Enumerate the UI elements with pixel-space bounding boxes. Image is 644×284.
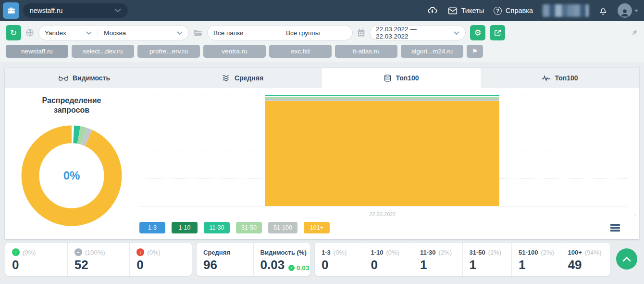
stat-value: 0: [322, 258, 328, 272]
distribution-panel: Распределение запросов 0%: [5, 95, 138, 239]
legend-button-51-100[interactable]: 51-100: [268, 222, 297, 233]
donut-center-value: 0%: [21, 125, 123, 227]
project-chip[interactable]: select...dev.ru: [72, 45, 134, 58]
project-chip[interactable]: newstaff.ru: [6, 45, 68, 58]
stat-percent: (0%): [147, 249, 160, 256]
export-button[interactable]: [490, 25, 505, 40]
stat-label: 100+: [568, 249, 582, 256]
report-tabs: Видимость Средняя Топ100 Топ100: [5, 68, 639, 88]
stat-percent: (2%): [439, 249, 452, 256]
competitor-chips-row: newstaff.ruselect...dev.ruprofre...erv.r…: [0, 44, 644, 62]
calendar-icon: [357, 28, 365, 37]
legend-button-31-50[interactable]: 31-50: [236, 222, 262, 233]
date-range-value: 22.03.2022 — 22.03.2022: [376, 26, 450, 40]
stat-label: 1-10: [371, 249, 384, 256]
top-stat-cell: 1-10(0%)0: [364, 243, 413, 276]
minus-icon: −: [74, 248, 82, 256]
tab-label: Топ100: [555, 74, 578, 82]
arrow-down-icon: ↓: [136, 248, 144, 256]
stat-value: 0: [371, 258, 378, 272]
date-range-select[interactable]: 22.03.2022 — 22.03.2022: [370, 25, 466, 40]
stat-value: 52: [74, 258, 88, 272]
project-chip[interactable]: profre...erv.ru: [137, 45, 200, 58]
changes-card: ↑(0%)0−(100%)52↓(0%)0: [5, 242, 192, 276]
project-selector-value: newstaff.ru: [30, 7, 62, 14]
x-axis-label: 22.03.2022: [138, 211, 627, 217]
legend-button-1-3[interactable]: 1-3: [139, 222, 165, 233]
tab-label: Видимость: [73, 74, 110, 82]
summary-card: Средняя96Видимость (%)0.03↑0.03: [196, 242, 310, 276]
topbar: newstaff.ru Тикеты ? Справка: [0, 0, 644, 21]
project-chip[interactable]: exc.ltd: [269, 45, 332, 58]
arrow-up-icon: ↑: [288, 265, 295, 271]
stat-value: 1: [470, 258, 476, 272]
area-segment-101+: [265, 101, 499, 206]
scroll-top-button[interactable]: [616, 248, 637, 270]
search-engine-select[interactable]: Yandex: [39, 26, 98, 40]
stats-row: ↑(0%)0−(100%)52↓(0%)0 Средняя96Видимость…: [5, 242, 639, 276]
top-stat-cell: 100+(94%)49: [561, 243, 610, 276]
folders-groups-filter: [207, 25, 353, 40]
username-blurred: [543, 4, 589, 17]
user-menu[interactable]: [618, 3, 638, 18]
avatar: [618, 3, 632, 18]
bell-icon[interactable]: [598, 6, 608, 16]
question-icon: ?: [494, 7, 502, 15]
stacked-area: [265, 95, 499, 206]
summary-stat-cell: Средняя96: [197, 243, 253, 276]
flag-chip[interactable]: ⚑: [467, 45, 483, 58]
region-select[interactable]: Москва: [98, 26, 188, 40]
donut-chart: 0%: [21, 125, 123, 227]
stat-percent: (0%): [386, 249, 399, 256]
tab-top100-distribution[interactable]: Топ100: [322, 68, 481, 88]
caret-down-icon: [634, 10, 638, 12]
project-chip[interactable]: ventra.ru: [203, 45, 266, 58]
stat-label: 31-50: [470, 249, 485, 256]
legend-button-11-30[interactable]: 11-30: [204, 222, 230, 233]
stat-label: Видимость (%): [260, 249, 307, 256]
donut-title: Распределение запросов: [26, 96, 117, 115]
chevron-down-icon: [82, 31, 92, 35]
change-stat-cell: ↓(0%)0: [129, 243, 192, 276]
legend-row: 1-31-1011-3031-5051-100101+: [139, 222, 627, 233]
pin-icon[interactable]: [630, 29, 638, 37]
stat-percent: (2%): [488, 249, 501, 256]
tab-visibility[interactable]: Видимость: [5, 68, 163, 88]
briefcase-icon: [7, 6, 16, 15]
stat-label: 51-100: [519, 249, 538, 256]
cloud-bolt-icon[interactable]: [427, 5, 438, 16]
chevron-down-icon: [114, 9, 121, 13]
legend-button-1-10[interactable]: 1-10: [172, 222, 198, 233]
project-chip[interactable]: it-atlas.ru: [335, 45, 397, 58]
stat-percent: (100%): [85, 249, 105, 256]
legend-button-101+[interactable]: 101+: [304, 222, 330, 233]
help-link[interactable]: ? Справка: [494, 7, 533, 15]
help-label: Справка: [506, 7, 533, 14]
tab-top100-trend[interactable]: Топ100: [481, 68, 639, 88]
stacked-area-plot: [138, 95, 627, 207]
stat-percent: (2%): [541, 249, 554, 256]
settings-button[interactable]: ⚙: [470, 25, 485, 40]
project-chip[interactable]: algori...m24.ru: [401, 45, 463, 58]
app-logo[interactable]: [3, 2, 19, 19]
groups-input[interactable]: [286, 29, 347, 37]
project-selector[interactable]: newstaff.ru: [23, 3, 128, 18]
pulse-icon: [542, 75, 551, 81]
chart-scroll-right-icon[interactable]: →: [630, 209, 637, 218]
tickets-link[interactable]: Тикеты: [448, 7, 484, 15]
tab-average[interactable]: Средняя: [163, 68, 322, 88]
summary-stat-cell: Видимость (%)0.03↑0.03: [253, 243, 310, 276]
top-distribution-card: 1-3(0%)01-10(0%)011-30(2%)131-50(2%)151-…: [314, 242, 610, 276]
top-stat-cell: 51-100(2%)1: [511, 243, 561, 276]
tickets-label: Тикеты: [461, 7, 484, 14]
globe-icon: [25, 28, 34, 37]
chart-menu-icon[interactable]: [610, 224, 620, 232]
stat-value: 96: [203, 258, 217, 272]
engine-region-select: Yandex Москва: [38, 25, 189, 40]
stat-value: 1: [519, 258, 525, 272]
stat-label: 1-3: [322, 249, 331, 256]
top-stat-cell: 31-50(2%)1: [462, 243, 512, 276]
stat-label: Средняя: [203, 249, 230, 256]
folders-input[interactable]: [213, 29, 274, 37]
refresh-button[interactable]: ↻: [6, 25, 21, 40]
